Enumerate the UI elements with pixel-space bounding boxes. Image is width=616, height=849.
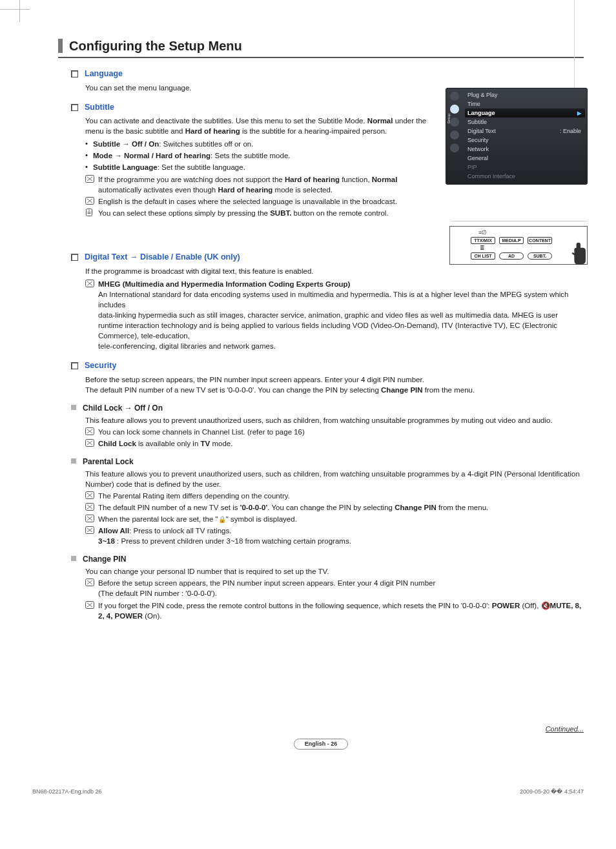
list-bold: Subtitle → Off / On [93,140,159,148]
note-icon [85,503,94,511]
note-text: Allow All: Press to unlock all TV rating… [98,526,584,546]
divider [451,221,588,221]
subsection-bullet-icon [71,405,76,410]
osd-item: Digital Text [467,128,496,134]
list-text: : Sets the subtitle mode. [210,152,290,159]
osd-item: Common Interface [467,173,515,179]
list-icon: ≣ [480,245,485,251]
svg-point-3 [88,210,90,211]
section-bullet-icon [71,254,78,261]
section-heading-language: Language [85,68,123,80]
note-text: Child Lock is available only in TV mode. [98,438,584,449]
lock-icon: 🔒 [218,516,226,523]
remote-btn-subt: SUBT. [528,252,552,260]
remote-btn: CH LIST [471,252,495,260]
note-text: The default PIN number of a new TV set i… [98,502,584,513]
osd-item-value: : Enable [560,128,581,134]
page-number-pill: English - 26 [294,739,349,750]
section-bullet-icon [71,70,78,77]
svg-rect-5 [88,213,91,214]
footer-left: BN68-02217A-Eng.indb 26 [32,788,102,795]
osd-side-label: Setup [447,114,451,124]
subsection-heading-change-pin: Change PIN [83,554,126,565]
section-heading-subtitle: Subtitle [85,102,114,114]
note-text: Before the setup screen appears, the PIN… [98,578,584,598]
body-bold: Hard of hearing [185,127,240,135]
body-text: You can activate and deactivate the subt… [85,117,367,125]
svg-rect-4 [88,212,91,212]
section-bullet-icon [71,104,78,111]
body-text: The default PIN number of a new TV set i… [85,385,584,395]
note-text: You can select these options simply by p… [98,208,402,218]
note-icon [85,427,94,435]
note-icon [85,515,94,522]
note-text: You can lock some channels in Channel Li… [98,427,584,437]
remote-btn: TTX/MIX [471,237,495,244]
note-icon [85,175,94,183]
mute-icon: 🔇 [541,602,550,609]
body-text: This feature allows you to prevent unaut… [85,415,584,425]
osd-item-selected: Language [467,110,495,116]
section-bullet-icon [71,362,78,369]
subsection-bullet-icon [71,556,76,561]
remote-btn: CONTENT [528,237,552,244]
page-title: Configuring the Setup Menu [58,39,584,53]
note-text: When the parental lock are set, the "🔒" … [98,514,584,524]
crop-mark-right [574,0,575,90]
osd-item: Subtitle [467,119,487,125]
list-text: : Set the subtitle language. [158,163,245,171]
pointing-hand-icon [570,240,591,265]
list-bold: Mode → Normal / Hard of hearing [93,152,210,159]
chevron-right-icon: ▶ [577,110,581,116]
teletext-icon: ≡∅ [478,229,487,236]
list-bold: Subtitle Language [93,163,158,171]
remote-btn: AD [499,252,524,260]
body-text: You can change your personal ID number t… [85,566,584,577]
note-text: MHEG (Multimedia and Hypermedia Informat… [98,279,584,352]
list-text: : Switches subtitles off or on. [159,140,253,148]
footer-right: 2009-05-20 �� 4:54:47 [520,788,584,795]
body-text: is the subtitle for a hearing-impaired p… [240,127,387,135]
note-icon [85,197,94,205]
note-icon [85,491,94,499]
body-text: If the programme is broadcast with digit… [85,266,584,276]
note-text: The Parental Rating item differs dependi… [98,491,584,501]
section-heading-digital-text: Digital Text → Disable / Enable (UK only… [85,252,240,263]
list-item: Subtitle Language: Set the subtitle lang… [85,162,584,172]
note-text: If you forget the PIN code, press the re… [98,600,584,621]
title-rule [58,57,584,58]
subsection-heading-parental-lock: Parental Lock [83,456,134,467]
body-bold: Normal [367,117,393,125]
osd-item: Time [467,101,480,107]
osd-item: Plug & Play [467,92,498,98]
note-icon [85,280,94,287]
body-text: Before the setup screen appears, the PIN… [85,374,584,385]
section-heading-security: Security [85,360,116,372]
note-text: English is the default in cases where th… [98,196,402,207]
note-icon [85,601,94,609]
list-item: Subtitle → Off / On: Switches subtitles … [85,139,584,149]
subsection-heading-child-lock: Child Lock → Off / On [83,403,163,414]
note-icon [85,578,94,586]
continued-label: Continued... [58,724,584,734]
remote-btn: MEDIA.P [499,237,524,244]
body-text: This feature allows you to prevent unaut… [85,469,584,489]
list-item: Mode → Normal / Hard of hearing: Sets th… [85,150,584,161]
remote-figure: ≡∅ TTX/MIX MEDIA.P CONTENT ≣ CH LIST AD … [449,226,588,265]
note-icon [85,439,94,447]
remote-tip-icon [85,209,94,216]
note-icon [85,526,94,534]
note-text: If the programme you are watching does n… [98,174,433,195]
subsection-bullet-icon [71,458,76,464]
